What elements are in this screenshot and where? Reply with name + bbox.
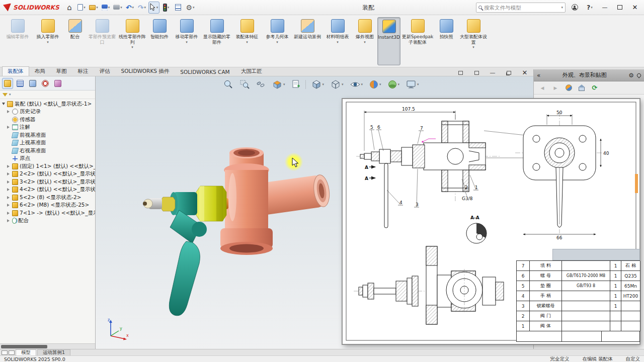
tree-item-sensors[interactable]: 传感器 <box>0 116 95 124</box>
options-button[interactable]: ▾ <box>185 2 196 14</box>
dock-left-button[interactable] <box>454 69 466 76</box>
tree-item-history[interactable]: 历史记录 <box>0 108 95 116</box>
ribbon-take-snapshot[interactable]: 拍快照 <box>435 17 458 65</box>
edit-appearance-button[interactable]: ▾ <box>368 78 382 90</box>
ribbon-bill-of-materials[interactable]: 材料明细表▾ <box>323 17 352 65</box>
apply-scene-button[interactable]: ▾ <box>386 78 401 90</box>
tree-item-mates[interactable]: 配合 <box>0 217 95 225</box>
tab-daguo[interactable]: 大国工匠 <box>235 66 268 76</box>
tree-item-annotations[interactable]: 注解 <box>0 124 95 132</box>
tree-item-front-plane[interactable]: 前视基准面 <box>0 131 95 139</box>
select-tool-button[interactable]: ▾ <box>148 2 159 14</box>
close-button[interactable] <box>629 2 640 14</box>
collapse-icon[interactable] <box>537 72 540 79</box>
new-document-button[interactable]: ▾ <box>76 2 87 14</box>
tab-sketch[interactable]: 草图 <box>51 66 72 76</box>
valve-assembly-model[interactable] <box>126 122 337 323</box>
ribbon-reference-geometry[interactable]: 参考几何体▾ <box>263 17 292 65</box>
ribbon-new-motion-study[interactable]: 新建运动算例 <box>293 17 322 65</box>
tab-motion-study[interactable]: 运动算例1 <box>37 349 70 355</box>
tab-evaluate[interactable]: 评估 <box>94 66 116 76</box>
ribbon-large-assembly-settings[interactable]: 大型装配体设置▾ <box>459 17 488 65</box>
tree-item-right-plane[interactable]: 右视基准面 <box>0 147 95 155</box>
drawing-page[interactable]: 107.5 5 6 7 4 3 2 <box>342 99 640 344</box>
tree-item-component-6[interactable]: 6<2> (M8) <显示状态-25> <box>0 202 95 210</box>
ribbon-edit-component[interactable]: 编辑零部件 <box>3 17 32 65</box>
print-button[interactable]: ▾ <box>112 2 123 14</box>
undo-button[interactable]: ▾ <box>124 2 135 14</box>
doc-close-button[interactable] <box>519 69 531 76</box>
ribbon-move-component[interactable]: 移动零部件▾ <box>172 17 201 65</box>
back-button[interactable] <box>538 83 547 93</box>
ribbon-component-preview[interactable]: 零部件预览窗口 <box>88 17 117 65</box>
search-box[interactable]: ▾ <box>476 3 566 13</box>
home-button[interactable] <box>64 2 75 14</box>
tab-featuremanager[interactable] <box>2 78 13 89</box>
refresh-button[interactable] <box>590 83 599 93</box>
ribbon-linear-pattern[interactable]: 线性零部件阵列▾ <box>118 17 147 65</box>
view-orientation-button[interactable]: ▾ <box>310 78 326 90</box>
user-account-button[interactable] <box>569 2 580 14</box>
expander-icon[interactable] <box>7 204 12 207</box>
section-view-button[interactable]: ▾ <box>271 78 286 90</box>
ribbon-insert-components[interactable]: 插入零部件▾ <box>33 17 62 65</box>
tree-filter[interactable]: ▾ <box>0 90 95 99</box>
zoom-area-button[interactable] <box>238 78 251 90</box>
tab-configurationmanager[interactable] <box>27 78 38 89</box>
scrollbar-thumb[interactable] <box>1 345 47 348</box>
tree-item-component-2[interactable]: 2<2> (默认) <<默认>_显示状态 1... <box>0 170 95 178</box>
ribbon-show-hidden[interactable]: 显示隐藏的零部件 <box>202 17 231 65</box>
expander-icon[interactable] <box>7 219 12 222</box>
expander-icon[interactable] <box>7 212 12 215</box>
maximize-button[interactable] <box>614 2 625 14</box>
tree-horizontal-scrollbar[interactable] <box>0 343 95 349</box>
tree-item-component-4[interactable]: 4<2> (默认) <<默认>_显示状态 1... <box>0 186 95 194</box>
expander-icon[interactable] <box>7 180 12 184</box>
tab-markup[interactable]: 标注 <box>72 66 94 76</box>
tab-addins[interactable]: SOLIDWORKS 插件 <box>116 66 175 76</box>
zoom-fit-button[interactable] <box>222 78 234 90</box>
expander-icon[interactable] <box>7 196 12 199</box>
open-button[interactable]: ▾ <box>88 2 99 14</box>
bom-list-button[interactable] <box>173 2 184 14</box>
ribbon-instant3d[interactable]: Instant3D <box>377 17 400 65</box>
help-button[interactable]: ▾ <box>584 2 595 14</box>
customize-label[interactable]: 自定义 <box>626 356 640 362</box>
tab-layout[interactable]: 布局 <box>29 66 51 76</box>
search-input[interactable] <box>484 5 559 11</box>
view-settings-button[interactable]: ▾ <box>405 78 420 90</box>
tab-dimxpert[interactable] <box>40 78 51 89</box>
display-style-button[interactable]: ▾ <box>329 78 345 90</box>
doc-minimize-button[interactable] <box>487 69 499 76</box>
split-view-icon[interactable] <box>2 350 8 355</box>
split-view-icon[interactable] <box>9 350 15 355</box>
tab-model[interactable]: 模型 <box>16 349 36 355</box>
tab-propertymanager[interactable] <box>15 78 26 89</box>
forward-button[interactable] <box>551 83 560 93</box>
doc-restore-button[interactable] <box>503 69 515 76</box>
redo-button[interactable]: ▾ <box>136 2 147 14</box>
ribbon-assembly-features[interactable]: 装配体特征▾ <box>232 17 262 65</box>
tab-assembly[interactable]: 装配体 <box>2 66 29 76</box>
expander-icon[interactable] <box>7 172 12 175</box>
expander-icon[interactable] <box>7 110 12 113</box>
dock-right-button[interactable] <box>470 69 482 76</box>
magnifier-lens-button[interactable] <box>255 78 267 90</box>
selection-filter-button[interactable]: ▾ <box>160 2 172 14</box>
tab-cam[interactable]: SOLIDWORKS CAM <box>175 67 235 76</box>
ribbon-mate[interactable]: 配合 <box>63 17 87 65</box>
scenes-button[interactable] <box>577 83 586 93</box>
expander-icon[interactable] <box>7 126 12 129</box>
tree-item-component-1[interactable]: (固定) 1<1> (默认) <<默认>_显示... <box>0 162 95 170</box>
drawing-sheet-button[interactable] <box>290 78 301 90</box>
ribbon-smart-fasteners[interactable]: 智能扣件 <box>148 17 171 65</box>
tree-item-assembly-root[interactable]: 装配 (默认) <默认_显示状态-1> <box>0 100 95 108</box>
save-button[interactable]: ▾ <box>100 2 111 14</box>
gear-icon[interactable] <box>628 72 634 79</box>
pin-icon[interactable] <box>636 72 641 78</box>
appearances-button[interactable] <box>564 83 573 93</box>
ribbon-update-speedpak[interactable]: 更新Speedpak子装配体 <box>401 17 434 65</box>
tree-item-component-5[interactable]: 5<2> (8) <显示状态-2> <box>0 194 95 202</box>
tree-item-component-7[interactable]: 7<1> -> (默认) <<默认>_显示状态... <box>0 209 95 217</box>
tab-displaymanager[interactable] <box>52 78 63 89</box>
